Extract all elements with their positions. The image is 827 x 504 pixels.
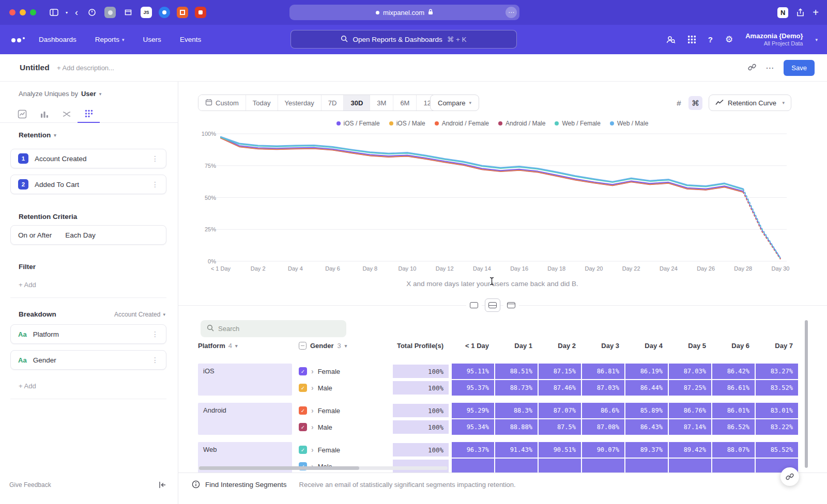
compare-button[interactable]: Compare▾: [430, 94, 479, 111]
retention-cell[interactable]: 85.89%: [625, 403, 668, 418]
retention-cell[interactable]: [452, 459, 494, 472]
give-feedback-link[interactable]: Give Feedback: [9, 481, 51, 489]
series-line-tail-Web-Male[interactable]: [743, 188, 780, 258]
minimize-window-button[interactable]: [20, 9, 26, 15]
criteria-on-or-after[interactable]: On or After: [18, 231, 52, 239]
retention-cell[interactable]: 86.6%: [582, 403, 624, 418]
apps-grid-icon[interactable]: [688, 36, 696, 43]
series-line-tail-iOS-Female[interactable]: [743, 191, 780, 258]
range-7d[interactable]: 7D: [321, 95, 344, 111]
range-today[interactable]: Today: [246, 95, 278, 111]
retention-cell[interactable]: 88.73%: [495, 380, 538, 396]
share-link-fab[interactable]: [780, 467, 799, 486]
retention-cell[interactable]: 86.43%: [625, 419, 668, 435]
extension-icon-js[interactable]: JS: [141, 7, 152, 18]
platform-cell[interactable]: Android: [198, 403, 292, 435]
report-title[interactable]: Untitled: [20, 63, 50, 72]
legend-item[interactable]: Web / Female: [555, 120, 600, 127]
custom-date-button[interactable]: Custom: [198, 95, 246, 111]
retention-cell[interactable]: 86.01%: [712, 403, 755, 418]
retention-cell[interactable]: 87.15%: [539, 364, 581, 379]
retention-cell[interactable]: 86.44%: [625, 380, 668, 396]
tab-retention[interactable]: [78, 105, 100, 123]
gender-cell[interactable]: ✓›Female: [299, 367, 392, 375]
chevron-down-icon[interactable]: ▾: [66, 10, 68, 15]
retention-cell[interactable]: 86.76%: [669, 403, 711, 418]
row-checkbox[interactable]: ✓: [299, 423, 307, 431]
analyze-value-dropdown[interactable]: User: [81, 90, 96, 98]
retention-cell[interactable]: 87.07%: [539, 403, 581, 418]
extension-icon-3[interactable]: [122, 7, 134, 18]
layout-split-button[interactable]: [485, 298, 500, 312]
chevron-right-icon[interactable]: ›: [311, 406, 314, 415]
retention-cell[interactable]: 96.37%: [452, 442, 494, 458]
kebab-menu-icon[interactable]: ⋮: [151, 154, 159, 163]
extension-icon-1[interactable]: [86, 7, 98, 18]
copy-link-icon[interactable]: [748, 63, 756, 73]
retention-section-title[interactable]: Retention▾: [19, 131, 56, 139]
project-switcher[interactable]: Amazonia {Demo} All Project Data: [745, 32, 803, 48]
legend-item[interactable]: iOS / Male: [389, 120, 425, 127]
range-6m[interactable]: 6M: [393, 95, 417, 111]
tab-insights[interactable]: [11, 105, 33, 123]
retention-cell[interactable]: 87.08%: [582, 419, 624, 435]
retention-cell[interactable]: 95.37%: [452, 380, 494, 396]
help-icon[interactable]: ?: [708, 35, 713, 44]
new-tab-button[interactable]: +: [813, 7, 819, 19]
nav-dashboards[interactable]: Dashboards: [39, 36, 76, 43]
series-line-Web-Male[interactable]: [221, 137, 743, 189]
tab-flows[interactable]: [55, 105, 78, 123]
retention-cell[interactable]: 90.51%: [539, 442, 581, 458]
retention-cell[interactable]: 95.29%: [452, 403, 494, 418]
platform-column-header[interactable]: Platform 4 ▾: [198, 342, 292, 350]
retention-cell[interactable]: 85.52%: [756, 442, 798, 458]
kebab-menu-icon[interactable]: ⋮: [151, 330, 159, 338]
gender-cell[interactable]: ✓›Male: [299, 384, 392, 392]
retention-cell[interactable]: 90.07%: [582, 442, 624, 458]
retention-cell[interactable]: [495, 459, 538, 472]
kebab-menu-icon[interactable]: ⋮: [151, 180, 159, 188]
retention-cell[interactable]: 83.22%: [756, 419, 798, 435]
retention-cell[interactable]: 89.42%: [669, 442, 711, 458]
notion-icon[interactable]: N: [777, 7, 788, 18]
browser-sidebar-toggle-icon[interactable]: [50, 9, 58, 16]
horizontal-scrollbar[interactable]: [198, 466, 448, 470]
table-search[interactable]: [201, 320, 346, 337]
layout-table-only-button[interactable]: [503, 298, 519, 312]
retention-cell[interactable]: 86.19%: [625, 364, 668, 379]
share-icon[interactable]: [797, 8, 804, 17]
retention-cell[interactable]: 86.81%: [582, 364, 624, 379]
add-breakdown-button[interactable]: + Add: [19, 382, 36, 390]
chevron-right-icon[interactable]: ›: [311, 446, 314, 454]
retention-cell[interactable]: [625, 459, 668, 472]
retention-cell[interactable]: 83.27%: [756, 364, 798, 379]
gender-cell[interactable]: ✓›Male: [299, 423, 392, 431]
retention-cell[interactable]: [582, 459, 624, 472]
retention-cell[interactable]: 83.01%: [756, 403, 798, 418]
retention-cell[interactable]: 91.43%: [495, 442, 538, 458]
row-checkbox[interactable]: ✓: [299, 446, 307, 454]
retention-cell[interactable]: 87.14%: [669, 419, 711, 435]
retention-cell[interactable]: 87.03%: [669, 364, 711, 379]
extension-icon-2[interactable]: [104, 7, 116, 18]
retention-cell[interactable]: 87.25%: [669, 380, 711, 396]
retention-cell[interactable]: [712, 459, 755, 472]
chevron-right-icon[interactable]: ›: [311, 423, 314, 431]
range-yesterday[interactable]: Yesterday: [278, 95, 321, 111]
table-search-input[interactable]: [218, 325, 340, 333]
row-checkbox[interactable]: ✓: [299, 384, 307, 392]
retention-cell[interactable]: [669, 459, 711, 472]
add-filter-button[interactable]: + Add: [19, 281, 36, 289]
platform-cell[interactable]: iOS: [198, 364, 292, 396]
mixpanel-logo[interactable]: [11, 37, 25, 42]
row-checkbox[interactable]: ✓: [299, 406, 307, 415]
retention-cell[interactable]: 87.46%: [539, 380, 581, 396]
extension-icon-5[interactable]: [159, 7, 170, 18]
close-window-button[interactable]: [9, 9, 16, 15]
retention-cell[interactable]: 88.51%: [495, 364, 538, 379]
retention-cell[interactable]: 88.3%: [495, 403, 538, 418]
retention-cell[interactable]: 87.5%: [539, 419, 581, 435]
tab-funnels[interactable]: [33, 105, 55, 123]
retention-cell[interactable]: 88.88%: [495, 419, 538, 435]
retention-cell[interactable]: 95.11%: [452, 364, 494, 379]
